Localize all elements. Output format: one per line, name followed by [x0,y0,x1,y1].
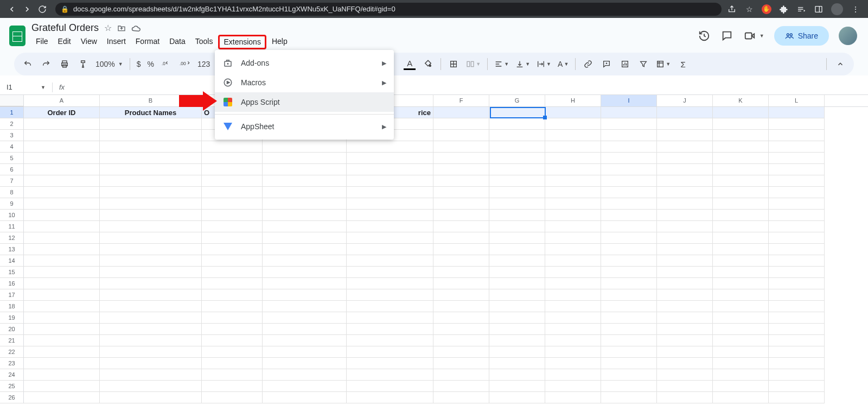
cell[interactable] [202,392,263,403]
table-row[interactable] [24,187,825,198]
cell[interactable] [263,210,347,221]
cell[interactable] [100,324,202,335]
cell[interactable] [769,118,825,130]
comments-icon[interactable] [720,29,733,42]
cell[interactable] [657,267,713,278]
cell[interactable] [100,232,202,244]
cell[interactable] [713,232,769,244]
cell[interactable] [601,107,657,118]
cell[interactable] [433,221,489,232]
row-header[interactable]: 13 [0,244,24,255]
cell[interactable] [263,141,347,153]
cell[interactable] [263,324,347,335]
cell[interactable] [769,255,825,267]
cell[interactable] [347,324,433,335]
move-folder-icon[interactable] [117,24,126,33]
cell[interactable] [545,175,601,187]
row-header[interactable]: 3 [0,130,24,141]
cell[interactable] [24,255,100,267]
cell[interactable] [713,164,769,175]
menu-item-macros[interactable]: Macros ▶ [215,73,394,92]
cell[interactable] [713,278,769,289]
menu-format[interactable]: Format [131,35,164,49]
cell[interactable] [347,175,433,187]
table-row[interactable] [24,141,825,153]
cell[interactable] [769,232,825,244]
cell[interactable] [433,130,489,141]
cell[interactable] [545,141,601,153]
cell[interactable] [601,141,657,153]
table-row[interactable] [24,130,825,141]
cell[interactable] [769,289,825,301]
cell[interactable] [489,141,545,153]
cell[interactable] [489,118,545,130]
back-button[interactable] [4,3,20,16]
v-align-button[interactable]: ▼ [515,60,530,68]
cell[interactable] [601,381,657,392]
cell[interactable] [657,255,713,267]
row-header[interactable]: 15 [0,267,24,278]
cell[interactable] [489,232,545,244]
table-row[interactable] [24,244,825,255]
cell[interactable] [347,392,433,403]
cell[interactable] [202,232,263,244]
zoom-dropdown[interactable]: 100%▼ [95,60,123,68]
cell[interactable] [545,244,601,255]
cell[interactable] [433,278,489,289]
cell[interactable] [545,301,601,312]
cell[interactable] [713,267,769,278]
cell[interactable] [713,381,769,392]
cell[interactable] [24,221,100,232]
functions-sigma-icon[interactable]: Σ [677,58,689,70]
cell[interactable] [601,153,657,164]
cell[interactable] [489,187,545,198]
cell[interactable] [713,118,769,130]
table-row[interactable] [24,289,825,301]
menu-insert[interactable]: Insert [103,35,130,49]
cell[interactable] [202,278,263,289]
cell[interactable] [202,381,263,392]
cell[interactable] [433,301,489,312]
cell[interactable] [769,369,825,381]
cell[interactable] [263,232,347,244]
cell[interactable] [202,141,263,153]
cell[interactable] [347,141,433,153]
history-icon[interactable] [698,29,711,42]
cell[interactable] [713,107,769,118]
cell[interactable] [24,346,100,358]
cell[interactable] [433,187,489,198]
kebab-menu-icon[interactable]: ⋮ [851,4,860,14]
col-header[interactable]: F [433,95,489,106]
cell[interactable] [713,210,769,221]
cell[interactable] [769,164,825,175]
row-header[interactable]: 14 [0,255,24,267]
cell[interactable] [202,244,263,255]
cell[interactable] [263,369,347,381]
meet-icon[interactable] [743,29,756,42]
cell[interactable] [24,335,100,346]
menu-help[interactable]: Help [267,35,292,49]
cell[interactable] [713,187,769,198]
cell[interactable] [100,358,202,369]
cell[interactable] [657,175,713,187]
cell[interactable] [433,153,489,164]
table-row[interactable] [24,153,825,164]
table-row[interactable] [24,335,825,346]
cell[interactable] [433,255,489,267]
cell[interactable] [433,335,489,346]
table-row[interactable]: Order ID Product Names O rice [24,107,825,118]
cell[interactable] [713,244,769,255]
cell[interactable] [601,232,657,244]
cell[interactable] [100,118,202,130]
cell[interactable] [433,164,489,175]
cell[interactable] [545,369,601,381]
row-header[interactable]: 17 [0,289,24,301]
cell[interactable] [347,187,433,198]
cell[interactable] [601,118,657,130]
cell[interactable] [657,244,713,255]
cell[interactable] [545,278,601,289]
cell[interactable] [100,164,202,175]
cell[interactable] [545,392,601,403]
cell[interactable] [489,301,545,312]
cell[interactable] [263,255,347,267]
